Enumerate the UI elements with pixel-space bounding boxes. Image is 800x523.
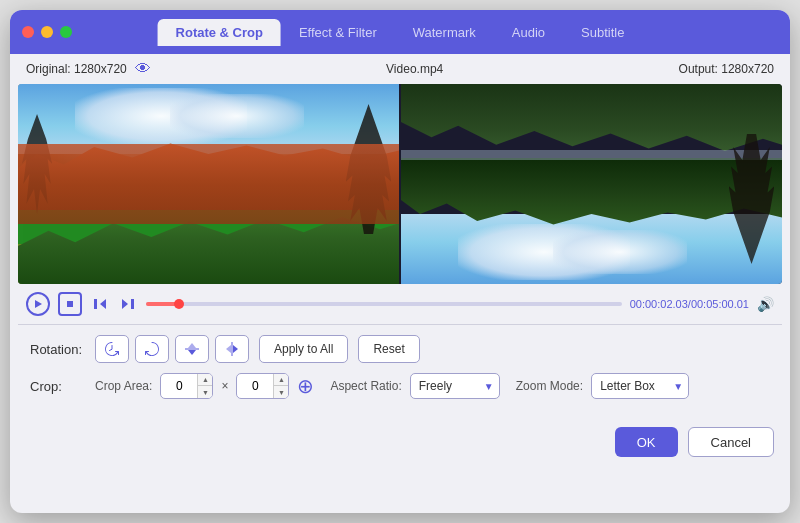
controls-panel: Rotation: Apply to All Reset Crop: [10, 325, 790, 419]
video-info-bar: Original: 1280x720 👁 Video.mp4 Output: 1… [10, 54, 790, 84]
eye-icon[interactable]: 👁 [135, 60, 151, 78]
crop-width-input-wrap: ▲ ▼ [160, 373, 213, 399]
progress-thumb [174, 299, 184, 309]
tab-bar: Rotate & Crop Effect & Filter Watermark … [158, 19, 643, 46]
maximize-button[interactable] [60, 26, 72, 38]
progress-fill [146, 302, 179, 306]
tab-subtitle[interactable]: Subtitle [563, 19, 642, 46]
rotation-row: Rotation: Apply to All Reset [30, 335, 770, 363]
cancel-button[interactable]: Cancel [688, 427, 774, 457]
svg-marker-0 [35, 300, 42, 308]
ok-button[interactable]: OK [615, 427, 678, 457]
filename: Video.mp4 [386, 62, 443, 76]
crop-controls: Crop Area: ▲ ▼ × ▲ ▼ ⊕ As [95, 373, 689, 399]
crop-label: Crop: [30, 379, 85, 394]
crop-area-label: Crop Area: [95, 379, 152, 393]
svg-marker-10 [226, 345, 231, 353]
output-resolution: Output: 1280x720 [679, 62, 774, 76]
dimension-separator: × [221, 379, 228, 393]
width-down-button[interactable]: ▼ [198, 386, 212, 398]
svg-marker-7 [188, 343, 196, 348]
close-button[interactable] [22, 26, 34, 38]
stop-button[interactable] [58, 292, 82, 316]
rotation-buttons [95, 335, 249, 363]
svg-rect-1 [67, 301, 73, 307]
traffic-lights [22, 26, 72, 38]
height-down-button[interactable]: ▼ [274, 386, 288, 398]
svg-rect-3 [94, 299, 97, 309]
footer: OK Cancel [10, 419, 790, 469]
svg-marker-2 [100, 299, 106, 309]
flip-horizontal-button[interactable] [175, 335, 209, 363]
output-video-panel [401, 84, 782, 284]
crop-width-input[interactable] [161, 379, 197, 393]
original-info: Original: 1280x720 👁 [26, 60, 151, 78]
tab-audio[interactable]: Audio [494, 19, 563, 46]
prev-frame-button[interactable] [90, 294, 110, 314]
video-preview-area [18, 84, 782, 284]
original-resolution: Original: 1280x720 [26, 62, 127, 76]
original-video-panel [18, 84, 399, 284]
rotate-right-button[interactable] [135, 335, 169, 363]
svg-rect-5 [131, 299, 134, 309]
crop-height-input-wrap: ▲ ▼ [236, 373, 289, 399]
svg-marker-4 [122, 299, 128, 309]
zoom-mode-select-wrap: Letter Box Pan & Scan Full ▼ [591, 373, 689, 399]
zoom-mode-label: Zoom Mode: [516, 379, 583, 393]
width-up-button[interactable]: ▲ [198, 374, 212, 386]
play-button[interactable] [26, 292, 50, 316]
height-spinner: ▲ ▼ [273, 374, 288, 398]
title-bar: Rotate & Crop Effect & Filter Watermark … [10, 10, 790, 54]
svg-marker-11 [233, 345, 238, 353]
tab-effect-filter[interactable]: Effect & Filter [281, 19, 395, 46]
tab-rotate-crop[interactable]: Rotate & Crop [158, 19, 281, 46]
tab-watermark[interactable]: Watermark [395, 19, 494, 46]
svg-marker-8 [188, 350, 196, 355]
next-frame-button[interactable] [118, 294, 138, 314]
crop-row: Crop: Crop Area: ▲ ▼ × ▲ ▼ [30, 373, 770, 399]
volume-icon[interactable]: 🔊 [757, 296, 774, 312]
aspect-ratio-select[interactable]: Freely 16:9 4:3 1:1 9:16 [410, 373, 500, 399]
crop-center-icon[interactable]: ⊕ [297, 374, 314, 398]
aspect-ratio-select-wrap: Freely 16:9 4:3 1:1 9:16 ▼ [410, 373, 500, 399]
flip-vertical-button[interactable] [215, 335, 249, 363]
width-spinner: ▲ ▼ [197, 374, 212, 398]
crop-height-input[interactable] [237, 379, 273, 393]
rotate-left-button[interactable] [95, 335, 129, 363]
playback-bar: 00:00:02.03/00:05:00.01 🔊 [10, 284, 790, 324]
progress-bar[interactable] [146, 302, 622, 306]
rotation-label: Rotation: [30, 342, 85, 357]
reset-button[interactable]: Reset [358, 335, 419, 363]
main-window: Rotate & Crop Effect & Filter Watermark … [10, 10, 790, 513]
apply-to-all-button[interactable]: Apply to All [259, 335, 348, 363]
minimize-button[interactable] [41, 26, 53, 38]
svg-rect-6 [185, 349, 199, 350]
zoom-mode-select[interactable]: Letter Box Pan & Scan Full [591, 373, 689, 399]
aspect-ratio-label: Aspect Ratio: [330, 379, 401, 393]
height-up-button[interactable]: ▲ [274, 374, 288, 386]
svg-rect-9 [232, 342, 233, 356]
time-display: 00:00:02.03/00:05:00.01 [630, 298, 749, 310]
